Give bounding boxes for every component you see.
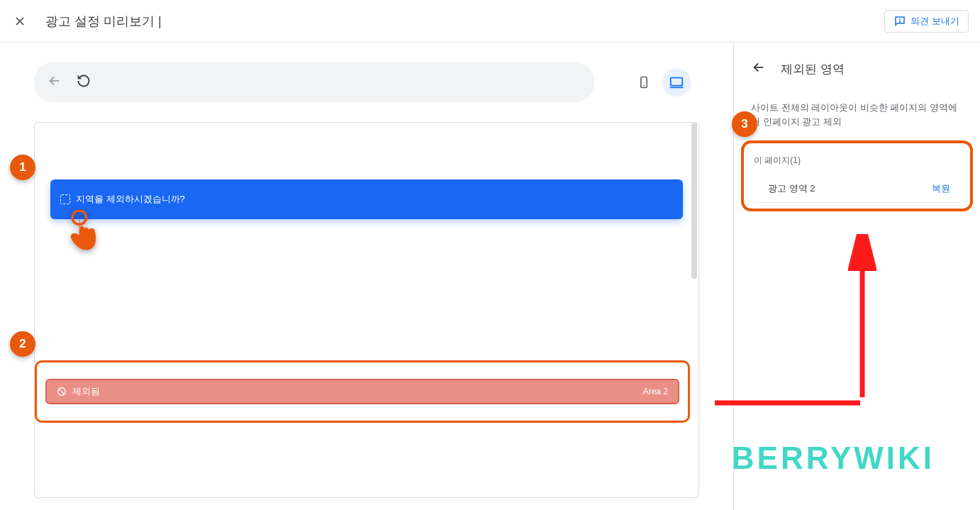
header-left: 광고 설정 미리보기 | — [11, 13, 162, 30]
mobile-icon[interactable] — [630, 68, 658, 96]
exclude-area-label: 지역을 제외하시겠습니까? — [76, 193, 185, 206]
excluded-areas-card: 이 페이지(1) 광고 영역 2 복원 — [741, 140, 973, 211]
desktop-icon[interactable] — [662, 68, 691, 96]
watermark: BERRYWIKI — [732, 440, 935, 476]
arrow-right-icon — [715, 392, 864, 414]
header-bar: 광고 설정 미리보기 | 의견 보내기 — [0, 0, 980, 43]
callout-badge-3: 3 — [732, 111, 757, 137]
scroll-indicator[interactable] — [691, 123, 697, 279]
block-icon — [57, 387, 67, 397]
selection-icon — [60, 194, 70, 204]
page-title: 광고 설정 미리보기 | — [45, 13, 162, 30]
sidebar-title: 제외된 영역 — [781, 61, 845, 77]
feedback-button[interactable]: 의견 보내기 — [884, 10, 969, 33]
back-arrow-icon[interactable] — [751, 60, 767, 78]
back-icon[interactable] — [47, 73, 62, 92]
excluded-area-highlight: 제외됨 Area 2 — [35, 360, 690, 423]
exclude-area-bar[interactable]: 지역을 제외하시겠습니까? — [50, 179, 683, 219]
list-item: 광고 영역 2 복원 — [754, 175, 960, 203]
preview-frame: 지역을 제외하시겠습니까? 제외됨 Area 2 — [34, 122, 699, 498]
arrow-up-icon — [848, 234, 876, 404]
excluded-bar-area: Area 2 — [643, 387, 668, 397]
reload-icon[interactable] — [77, 74, 91, 91]
close-icon[interactable] — [11, 13, 28, 30]
hand-cursor-icon — [64, 210, 104, 254]
device-toggle — [630, 68, 691, 96]
excluded-bar[interactable]: 제외됨 Area 2 — [45, 379, 679, 404]
feedback-icon — [893, 15, 906, 28]
main-panel: 지역을 제외하시겠습니까? 제외됨 Area 2 — [0, 43, 733, 510]
svg-point-0 — [900, 21, 901, 21]
sidebar-description: 사이트 전체의 레이아웃이 비슷한 페이지의 영역에서 인페이지 광고 제외 — [734, 84, 980, 129]
svg-rect-3 — [671, 78, 683, 86]
callout-badge-1: 1 — [10, 155, 35, 180]
svg-line-6 — [59, 389, 65, 394]
excluded-bar-label: 제외됨 — [72, 385, 100, 398]
url-bar — [34, 62, 594, 102]
restore-button[interactable]: 복원 — [932, 182, 950, 195]
feedback-label: 의견 보내기 — [911, 15, 959, 28]
card-title: 이 페이지(1) — [754, 155, 960, 167]
callout-badge-2: 2 — [10, 331, 35, 357]
sidebar-header: 제외된 영역 — [734, 60, 980, 84]
area-name: 광고 영역 2 — [768, 182, 815, 195]
